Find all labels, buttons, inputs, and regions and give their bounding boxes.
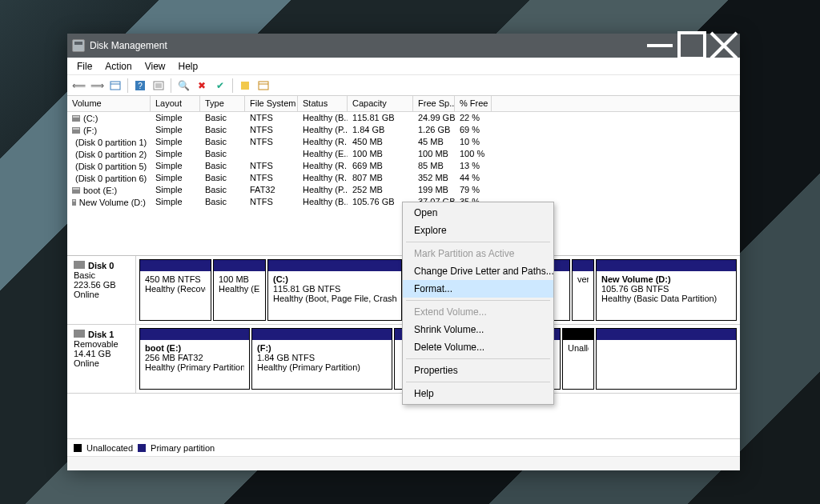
partition-block[interactable]: (F:)1.84 GB NTFSHealthy (Primary Partiti… <box>251 328 392 390</box>
toolbar: ⟸ ⟹ ? 🔍 ✖ ✔ <box>67 75 740 96</box>
volume-row[interactable]: (Disk 0 partition 1)SimpleBasicNTFSHealt… <box>67 136 740 148</box>
disk-label-0[interactable]: Disk 0 Basic 223.56 GB Online <box>67 256 136 324</box>
partition-status: Healthy (Primary Partition) <box>145 362 244 372</box>
volume-pct: 10 % <box>455 136 492 148</box>
back-icon[interactable]: ⟸ <box>70 78 86 94</box>
volume-pct: 22 % <box>455 112 492 124</box>
check-icon[interactable]: ✔ <box>212 78 228 94</box>
col-pctfree[interactable]: % Free <box>455 96 492 111</box>
volume-capacity: 1.84 GB <box>348 124 413 136</box>
disk-size: 14.41 GB <box>74 349 111 358</box>
partition-status: Healthy (EFI S <box>219 284 260 294</box>
ctx-explore[interactable]: Explore <box>403 222 553 239</box>
volume-row[interactable]: (Disk 0 partition 2)SimpleBasicHealthy (… <box>67 148 740 160</box>
volume-free: 24.99 GB <box>413 112 455 124</box>
disk-icon <box>74 330 85 338</box>
ctx-separator <box>406 382 550 382</box>
partition-block[interactable]: very Pa <box>572 259 594 321</box>
ctx-change-letter[interactable]: Change Drive Letter and Paths... <box>403 262 553 280</box>
disk-name: Disk 1 <box>88 330 114 339</box>
partition-block[interactable]: 100 MBHealthy (EFI S <box>213 259 266 321</box>
help-icon[interactable]: ? <box>132 78 148 94</box>
properties-icon[interactable] <box>151 78 167 94</box>
volume-icon <box>72 127 80 134</box>
partition-block[interactable]: boot (E:)256 MB FAT32Healthy (Primary Pa… <box>139 328 250 390</box>
disk-status: Online <box>74 290 99 299</box>
delete-icon[interactable]: ✖ <box>194 78 210 94</box>
volume-name: (Disk 0 partition 5) <box>75 162 147 171</box>
menu-file[interactable]: File <box>70 59 98 74</box>
volume-free: 85 MB <box>413 160 455 172</box>
volume-fs <box>245 148 298 160</box>
volume-type: Basic <box>200 184 245 196</box>
col-status[interactable]: Status <box>298 96 348 111</box>
volume-name: boot (E:) <box>83 186 117 195</box>
volume-row[interactable]: (Disk 0 partition 6)SimpleBasicNTFSHealt… <box>67 172 740 184</box>
minimize-button[interactable] <box>644 34 676 58</box>
volume-free: 199 MB <box>413 184 455 196</box>
action-icon[interactable] <box>237 78 253 94</box>
refresh-icon[interactable]: 🔍 <box>175 78 191 94</box>
volume-row[interactable]: (Disk 0 partition 5)SimpleBasicNTFSHealt… <box>67 160 740 172</box>
maximize-button[interactable] <box>676 34 708 58</box>
volume-headers[interactable]: Volume Layout Type File System Status Ca… <box>67 96 740 112</box>
partition-title: (F:) <box>257 343 387 353</box>
volume-type: Basic <box>200 136 245 148</box>
volume-row[interactable]: boot (E:)SimpleBasicFAT32Healthy (P...25… <box>67 184 740 196</box>
partition-stripe <box>597 329 736 340</box>
partition-size: 1.84 GB NTFS <box>257 353 387 362</box>
forward-icon[interactable]: ⟹ <box>89 78 105 94</box>
volume-row[interactable]: (F:)SimpleBasicNTFSHealthy (P...1.84 GB1… <box>67 124 740 136</box>
disk-name: Disk 0 <box>88 261 114 270</box>
ctx-delete[interactable]: Delete Volume... <box>403 338 553 356</box>
col-filesystem[interactable]: File System <box>245 96 298 111</box>
volume-icon <box>72 187 80 194</box>
menu-action[interactable]: Action <box>98 59 138 74</box>
volume-pct: 100 % <box>455 148 492 160</box>
volume-row[interactable]: (C:)SimpleBasicNTFSHealthy (B...115.81 G… <box>67 112 740 124</box>
partition-size: 256 MB FAT32 <box>145 353 244 362</box>
partition-status: Healthy (Primary Partition) <box>257 362 387 372</box>
partition-size: 105.76 GB NTFS <box>601 284 731 294</box>
volume-status: Healthy (R... <box>298 160 348 172</box>
menu-help[interactable]: Help <box>172 59 205 74</box>
partition-title: (C:) <box>273 274 396 284</box>
partition-block[interactable] <box>596 328 737 390</box>
list-icon[interactable] <box>255 78 271 94</box>
volume-capacity: 252 MB <box>348 184 413 196</box>
volume-status: Healthy (P... <box>298 184 348 196</box>
disk-label-1[interactable]: Disk 1 Removable 14.41 GB Online <box>67 325 136 393</box>
partition-title: boot (E:) <box>145 343 244 353</box>
partition-stripe <box>214 260 265 271</box>
svg-rect-13 <box>259 82 268 90</box>
partition-status: Healthy (Boot, Page File, Crash D <box>273 294 396 303</box>
menu-view[interactable]: View <box>139 59 172 74</box>
volume-capacity: 669 MB <box>348 160 413 172</box>
ctx-open[interactable]: Open <box>403 204 553 222</box>
volume-layout: Simple <box>151 196 200 208</box>
show-hide-tree-icon[interactable] <box>107 78 123 94</box>
separator <box>127 78 128 93</box>
col-capacity[interactable]: Capacity <box>348 96 413 111</box>
col-volume[interactable]: Volume <box>67 96 151 111</box>
col-free[interactable]: Free Sp... <box>413 96 455 111</box>
close-button[interactable] <box>708 34 740 58</box>
volume-layout: Simple <box>151 148 200 160</box>
ctx-shrink[interactable]: Shrink Volume... <box>403 321 553 338</box>
partition-block[interactable]: New Volume (D:)105.76 GB NTFSHealthy (Ba… <box>596 259 737 321</box>
partition-block[interactable]: 450 MB NTFSHealthy (Recovery <box>139 259 211 321</box>
ctx-format[interactable]: Format... <box>403 280 553 298</box>
ctx-properties[interactable]: Properties <box>403 362 553 379</box>
volume-status: Healthy (B... <box>298 196 348 208</box>
ctx-help[interactable]: Help <box>403 385 553 402</box>
volume-fs: NTFS <box>245 160 298 172</box>
col-type[interactable]: Type <box>200 96 245 111</box>
titlebar[interactable]: Disk Management <box>67 34 740 58</box>
volume-name: (Disk 0 partition 1) <box>75 138 147 147</box>
col-layout[interactable]: Layout <box>151 96 200 111</box>
volume-status: Healthy (E... <box>298 148 348 160</box>
partition-block[interactable]: Unallocated <box>562 328 594 390</box>
partition-stripe <box>252 329 392 340</box>
disk-status: Online <box>74 358 99 368</box>
partition-block[interactable]: (C:)115.81 GB NTFSHealthy (Boot, Page Fi… <box>267 259 402 321</box>
